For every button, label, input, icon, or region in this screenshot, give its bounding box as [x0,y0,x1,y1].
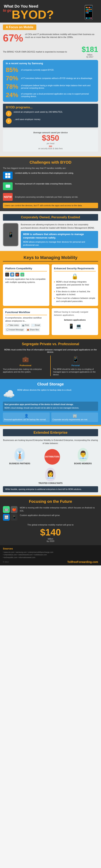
nsfw-row: NSFW Employees accessing sensitive mater… [3,193,98,201]
survey-box: In a recent survey by Samsung 85% of com… [3,60,98,102]
survey-pct-78: 78% [6,83,20,90]
keys-title: Keys to Managing Mobility [3,253,98,261]
cloud-corporate-text: Corporate security requirements are met. [53,418,97,421]
workflow-text: A comprehensive, streamline workflow all… [5,316,47,322]
android-platform-icon: 🤖 [21,273,24,277]
workflow-apps: 📝 Take notes 🖨️ Print ✉️ Email 💬 Instant… [5,323,47,332]
byod-programs-title: BYOD programs... [6,106,95,109]
cloud-managed-text: MDM's cloud strategy should care should … [4,407,97,409]
seg-right-icon: 📱 [53,355,98,363]
platform-icons: ⬛ 🪟 🍎 🤖 [5,273,47,277]
mdm-box: MDM is software that allows employees to… [21,231,98,248]
windows-platform-icon: 🪟 [10,273,14,277]
bring-row: The BRING YOUR OWN DEVICE market is expe… [3,45,98,58]
distributors-label: DISTRIBUTORS [45,456,60,458]
survey-desc-24: of companies use a cloud-provisioned app… [21,93,95,98]
byod-program-text-2: ...and save employer money [13,118,40,120]
byod-program-text-1: extend an employee's work week by 240 MI… [13,111,63,113]
source-item-3: • techrepublic.com • informationweek.com [3,556,98,559]
board-members-icon: 👨‍💼 [78,448,88,462]
byod-programs-box: BYOD programs... 1 extend an employee's … [3,104,98,127]
segregate-subtitle: MDMs must control the flow of informatio… [3,348,98,353]
cloud-content: ☁️ MDM allows devices the option to back… [3,389,98,400]
future-os-icons: 🤖 🍎 🪟 📱 [3,506,18,521]
header-phone-graphic: 📱 [80,4,97,20]
security-bullet-2-text: If the device is stolen or hacked, the a… [56,290,96,296]
sources-copyright: © 2014 [3,561,8,563]
future-money-amount: $140 [3,527,98,537]
avg-amount-money: $350 [5,134,96,143]
app-chip-instant: 💬 Instant Message [5,328,25,332]
sources-footer: © 2014 TollfreeForwarding.com [3,560,98,563]
source-item-1: • www.cio.com • samsung.com • enterprise… [3,551,98,554]
cloud-text: MDM allows devices the option to backup … [17,389,72,392]
money-amount: $181 [81,45,98,54]
cloud-title: Cloud Storage [3,382,98,386]
survey-desc-70: of IT executives believe companies witho… [21,77,93,80]
survey-stat-70: 70% of IT executives believe companies w… [6,75,95,82]
svg-rect-2 [5,176,7,178]
key-card-security-title: Enhanced Security Requirements [54,267,96,272]
apple-os-icon: 🍎 [11,506,18,513]
distributors-center: DISTRIBUTORS [44,449,60,465]
bring-label: The BRING YOUR OWN DEVICE market is expe… [3,51,80,53]
future-money-block: The global enterprise mobility market wi… [3,524,98,542]
cloud-next: Next generation apps permit backup of th… [3,402,98,411]
survey-desc-78: of employees believe having a single mob… [21,84,95,89]
seg-right-text: The MDM should be able to stop co-mingli… [53,368,98,376]
future-text: MDM is moving with the mobile enterprise… [20,506,98,517]
extended-title: Extended Enterprise [3,429,98,436]
svg-rect-1 [8,173,10,175]
mdm-title: MDM is software that allows employees to… [23,232,96,240]
nsfw-icon: NSFW [3,193,13,201]
challenge-item-2: ✉️ Increasing amount of corporate data c… [3,182,98,190]
stat-67-text: of CIOs and IT professionals believe mob… [25,33,98,39]
cloud-corp-row: 👤 Personal applications can be backup li… [3,412,98,422]
challenges-intro: The two biggest trends driving the way t… [3,167,98,169]
challenge-icon-windows [3,172,13,179]
avg-extra-label: on security tools & data fees [5,148,96,150]
challenge-text-2: Increasing amount of corporate data cros… [15,182,72,185]
challenge-icon-mail: ✉️ [3,182,13,190]
cloud-corp-corporate: 🏢 Corporate security requirements are me… [51,412,98,422]
avg-amount-title: Average amount saved per device [5,131,96,134]
app-chip-share: 📤 Share files [26,328,40,332]
distributors-badge: DISTRIBUTORS [44,449,60,465]
key-card-navigate: Without having to manually navigate betw… [52,308,98,335]
seg-right: 📱 Personal The MDM should be able to sto… [53,355,98,376]
seg-left-icon: 💼 [3,355,48,363]
security-bullet-3: There must be a balance between simple a… [54,297,96,303]
consultants-row: 👩‍💼 TRUSTED CONSULTANTS [3,468,98,484]
future-money-unit: billion [3,537,98,540]
challenges-title: Challenges with BYOD [3,160,98,165]
money-unit: billion [81,54,98,56]
survey-stat-78: 78% of employees believe having a single… [6,83,95,90]
extended-desc: Businesses are looking beyond Enterprise… [3,439,98,445]
sources-section: Sources • www.cio.com • samsung.com • en… [0,545,101,566]
keys-grid: Platform Compatibility ⬛ 🪟 🍎 🤖 A securit… [3,265,98,335]
corp-section: Corporately Owned, Personally Enabled 📱 … [0,211,101,251]
business-partners-label: BUSINESS PARTNERS [9,463,30,465]
board-members-figure: 👨‍💼 [78,451,88,459]
corp-desc: Businesses are allowing employees to cho… [21,223,98,229]
consultants-label: TRUSTED CONSULTANTS [38,482,63,484]
extended-section: Extended Enterprise Businesses are looki… [0,426,101,495]
key-card-platform: Platform Compatibility ⬛ 🪟 🍎 🤖 A securit… [3,265,49,306]
keys-section: Keys to Managing Mobility Platform Compa… [0,252,101,338]
cloud-personal-icon: 👤 [4,414,48,418]
key-card-workflow: Functional Workflow A comprehensive, str… [3,308,49,335]
seg-divider [50,355,51,376]
board-members-label: BOARD MEMBERS [74,463,92,465]
segregate-title: Segregate Private vs. Professional [3,342,98,346]
cloud-text-span: MDM allows devices the option to backup … [17,389,72,391]
bb-platform-icon: ⬛ [5,273,9,277]
sources-brand: TollfreeForwarding.com [67,560,98,563]
svg-rect-3 [8,176,10,178]
challenges-section: Challenges with BYOD The two biggest tre… [0,157,101,211]
future-text-1: MDM is moving with the mobile enterprise… [20,506,98,513]
avg-amount-block: Average amount saved per device $350 per… [3,129,98,152]
future-text-2: Custom application development will grow… [20,514,98,517]
nav-laptop-icon: 💻 [76,323,81,330]
focus-mobile-section: A Focus on Mobile 67% of CIOs and IT pro… [0,23,101,157]
future-money-year: by 2020 [3,540,98,542]
